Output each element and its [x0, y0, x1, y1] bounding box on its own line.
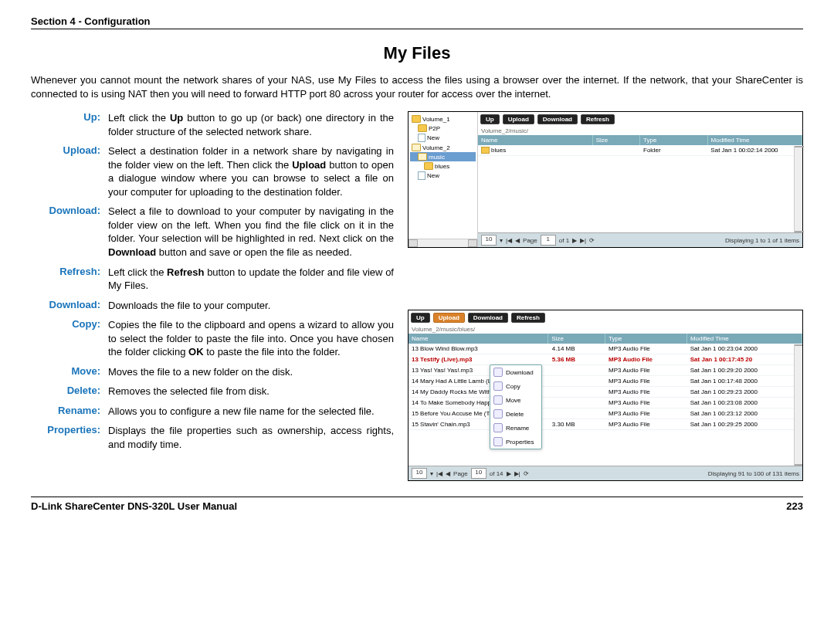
- copy-icon: [493, 381, 503, 391]
- next-page-icon[interactable]: ▶: [572, 237, 577, 244]
- definition-term: Copy:: [31, 318, 108, 359]
- upload-button[interactable]: Upload: [433, 313, 465, 323]
- definition-row: Copy:Copies the file to the clipboard an…: [31, 318, 394, 359]
- definition-description: Left click the Refresh button to update …: [108, 266, 394, 293]
- ctx-rename[interactable]: Rename: [490, 421, 541, 435]
- screenshot-folder-view: Volume_1 P2P New Volume_2 music blues Ne…: [408, 111, 803, 248]
- last-page-icon[interactable]: ▶|: [580, 237, 586, 244]
- col-name[interactable]: Name: [409, 334, 548, 344]
- rename-icon: [493, 423, 503, 432]
- ctx-properties[interactable]: Properties: [490, 435, 541, 449]
- folder-icon: [481, 147, 490, 154]
- col-size[interactable]: Size: [548, 334, 605, 344]
- up-button[interactable]: Up: [411, 313, 430, 323]
- page-input[interactable]: 10: [471, 468, 486, 479]
- col-name[interactable]: Name: [478, 135, 593, 145]
- file-icon: [418, 134, 425, 142]
- page-title: My Files: [31, 43, 803, 63]
- context-menu: Download Copy Move Delete Rename Propert…: [490, 364, 542, 449]
- page-input[interactable]: 1: [541, 235, 556, 246]
- breadcrumb: Volume_2/music/: [478, 127, 802, 135]
- download-button[interactable]: Download: [468, 313, 508, 323]
- first-page-icon[interactable]: |◀: [506, 237, 512, 244]
- definition-term: Move:: [31, 365, 108, 379]
- horizontal-scrollbar[interactable]: [409, 239, 477, 247]
- folder-tree[interactable]: Volume_1 P2P New Volume_2 music blues Ne…: [409, 112, 478, 247]
- col-modified[interactable]: Modified Time: [687, 334, 802, 344]
- up-button[interactable]: Up: [480, 114, 500, 124]
- vertical-scrollbar[interactable]: [794, 344, 802, 466]
- folder-open-icon: [418, 153, 427, 161]
- delete-icon: [493, 409, 503, 419]
- screenshot-context-menu: Up Upload Download Refresh Volume_2/musi…: [408, 310, 803, 481]
- page-footer: D-Link ShareCenter DNS-320L User Manual …: [31, 497, 803, 512]
- file-row[interactable]: blues Folder Sat Jan 1 00:02:14 2000: [478, 145, 802, 156]
- definition-term: Delete:: [31, 385, 108, 398]
- tree-node[interactable]: Volume_2: [422, 144, 450, 151]
- refresh-icon[interactable]: ⟳: [524, 470, 529, 477]
- col-type[interactable]: Type: [605, 334, 687, 344]
- prev-page-icon[interactable]: ◀: [446, 470, 450, 477]
- page-size-select[interactable]: 10: [412, 468, 427, 479]
- ctx-copy[interactable]: Copy: [490, 379, 541, 393]
- first-page-icon[interactable]: |◀: [436, 470, 442, 477]
- definition-description: Displays the file properties such as own…: [108, 424, 394, 451]
- file-row[interactable]: 15 Stavin' Chain.mp33.30 MBMP3 Audio Fil…: [409, 419, 802, 430]
- chevron-down-icon[interactable]: ▾: [500, 237, 503, 244]
- file-row[interactable]: 13 Yas! Yas! Yas!.mp3MP3 Audio FileSat J…: [409, 365, 802, 376]
- tree-node[interactable]: P2P: [429, 125, 440, 132]
- tree-node[interactable]: blues: [435, 163, 449, 170]
- file-table: Name Size Type Modified Time 13 Blow Win…: [409, 334, 802, 466]
- definition-description: Left click the Up button to go up (or ba…: [108, 111, 394, 138]
- col-type[interactable]: Type: [640, 135, 708, 145]
- definition-term: Download:: [31, 205, 108, 259]
- tree-node[interactable]: Volume_1: [422, 116, 450, 123]
- tree-node-selected[interactable]: music: [429, 154, 445, 161]
- chevron-down-icon[interactable]: ▾: [430, 470, 433, 477]
- definition-description: Allows you to configure a new file name …: [108, 405, 394, 419]
- page-size-select[interactable]: 10: [481, 235, 497, 246]
- folder-icon: [418, 124, 427, 132]
- properties-icon: [493, 437, 503, 446]
- definition-row: Download:Downloads the file to your comp…: [31, 299, 394, 313]
- intro-paragraph: Whenever you cannot mount the network sh…: [31, 73, 803, 100]
- next-page-icon[interactable]: ▶: [507, 470, 511, 477]
- last-page-icon[interactable]: ▶|: [514, 470, 520, 477]
- definition-row: Upload:Select a destination folder in a …: [31, 144, 394, 198]
- file-icon: [418, 171, 425, 180]
- pager-display: Displaying 1 to 1 of 1 items: [725, 237, 799, 244]
- col-modified[interactable]: Modified Time: [708, 135, 802, 145]
- refresh-icon[interactable]: ⟳: [589, 237, 595, 244]
- file-row[interactable]: 15 Before You Accuse Me (Take A Look).mp…: [409, 408, 802, 419]
- pager-display: Displaying 91 to 100 of 131 items: [708, 470, 799, 477]
- upload-button[interactable]: Upload: [503, 114, 534, 124]
- vertical-scrollbar[interactable]: [794, 146, 802, 232]
- definition-description: Copies the file to the clipboard and ope…: [108, 318, 394, 359]
- ctx-move[interactable]: Move: [490, 393, 541, 407]
- file-row[interactable]: 13 Blow Wind Blow.mp34.14 MBMP3 Audio Fi…: [409, 344, 802, 354]
- breadcrumb: Volume_2/music/blues/: [409, 325, 802, 334]
- tree-node[interactable]: New: [427, 134, 439, 141]
- ctx-delete[interactable]: Delete: [490, 407, 541, 421]
- definition-term: Upload:: [31, 144, 108, 198]
- col-size[interactable]: Size: [593, 135, 640, 145]
- download-button[interactable]: Download: [537, 114, 578, 124]
- definition-term: Refresh:: [31, 266, 108, 293]
- file-row[interactable]: 14 To Make Somebody Happy.mpMP3 Audio Fi…: [409, 398, 802, 408]
- refresh-button[interactable]: Refresh: [581, 114, 615, 124]
- file-row[interactable]: 14 My Daddy Rocks Me With OneMP3 Audio F…: [409, 387, 802, 398]
- download-icon: [493, 368, 503, 377]
- refresh-button[interactable]: Refresh: [511, 313, 545, 323]
- pager: 10 ▾ |◀ ◀ Page 10 of 14 ▶ ▶| ⟳ Displayin…: [409, 466, 802, 480]
- file-row[interactable]: 14 Mary Had A Little Lamb (Live).mMP3 Au…: [409, 376, 802, 387]
- definition-term: Download:: [31, 299, 108, 313]
- definition-row: Rename:Allows you to configure a new fil…: [31, 405, 394, 419]
- definition-row: Download:Select a file to download to yo…: [31, 205, 394, 259]
- definition-list: Up:Left click the Up button to go up (or…: [31, 111, 394, 457]
- prev-page-icon[interactable]: ◀: [515, 237, 520, 244]
- manual-title: D-Link ShareCenter DNS-320L User Manual: [31, 500, 237, 512]
- ctx-download[interactable]: Download: [490, 365, 541, 379]
- tree-node[interactable]: New: [427, 172, 439, 179]
- definition-row: Properties:Displays the file properties …: [31, 424, 394, 451]
- file-row[interactable]: 13 Testify (Live).mp35.36 MBMP3 Audio Fi…: [409, 354, 802, 365]
